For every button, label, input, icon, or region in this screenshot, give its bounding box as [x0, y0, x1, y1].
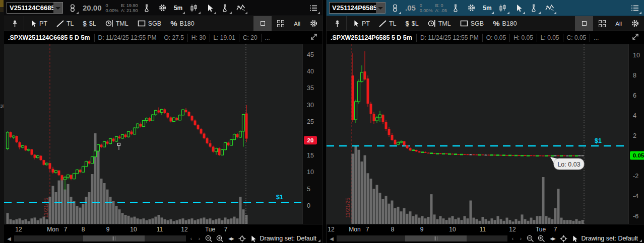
drawing-set-selector[interactable]: Drawing set: Default	[260, 235, 320, 242]
strategies-button[interactable]	[219, 1, 232, 15]
patterns-button[interactable]	[234, 1, 247, 15]
trendline-icon	[56, 20, 64, 27]
step-back-button[interactable]: ‹	[188, 236, 194, 241]
restore-chart-button[interactable]	[631, 33, 640, 43]
change-percent: 0.00%	[106, 8, 119, 13]
apply-all-button[interactable]: All	[290, 17, 304, 30]
time-axis-label: Mon	[47, 226, 58, 233]
header-open: O: 0.05	[482, 34, 509, 42]
svg-text:-4: -4	[633, 193, 638, 200]
link-charts-button[interactable]	[388, 1, 401, 15]
header-more[interactable]: ...	[261, 34, 274, 42]
background-fragment	[0, 7, 4, 12]
pin-toolbar-button[interactable]	[6, 16, 24, 31]
crosshair-button[interactable]	[237, 234, 246, 242]
fit-width-button[interactable]: ◀▶	[226, 234, 235, 242]
chart-menu-button[interactable]	[628, 1, 641, 15]
pointer-tool-button[interactable]: PT	[26, 17, 51, 30]
time-axis-label: 7	[224, 226, 228, 233]
price-chart-area[interactable]: 11/21/25$1051015253035404520	[4, 44, 323, 224]
percent-tool-button[interactable]: % B180	[167, 17, 198, 30]
scroll-left-button[interactable]: ◀	[329, 236, 335, 241]
expand-horizontal-icon: ◀▶	[550, 236, 555, 241]
trendline-tool-button[interactable]: TL	[375, 17, 400, 30]
bid-value: B: 19.90	[121, 3, 138, 8]
zoom-in-button[interactable]	[215, 234, 224, 242]
pointer-mode-button[interactable]	[570, 234, 579, 242]
price-chart[interactable]: 11/21/25$1-6-4-22468100.05Lo: 0.03	[327, 44, 644, 224]
crosshair-button[interactable]	[559, 234, 568, 242]
panel-divider[interactable]	[323, 0, 327, 243]
rectangle-tool-button[interactable]: SGB	[134, 17, 165, 30]
symbol-value[interactable]: V251124C6685	[7, 3, 53, 13]
trendline-tool-label: TL	[67, 20, 74, 27]
chart-scrollbar[interactable]	[14, 235, 186, 241]
zoom-in-button[interactable]	[537, 234, 546, 242]
put-option-chart-panel: V251124P6585 .05 0 0.00% B: 0 A: .05	[327, 0, 644, 243]
single-chart-layout-button[interactable]	[575, 16, 593, 31]
time-level-tool-button[interactable]: TML	[102, 17, 132, 30]
chart-settings-button[interactable]	[156, 1, 169, 15]
zoom-in-icon	[216, 235, 224, 242]
drawing-settings-button[interactable]	[306, 17, 320, 30]
scrollbar-thumb[interactable]	[83, 235, 145, 241]
chart-scrollbar[interactable]	[337, 235, 507, 241]
step-forward-button[interactable]: ›	[518, 236, 524, 241]
rectangle-icon	[460, 20, 468, 27]
svg-text:8: 8	[633, 72, 636, 79]
restore-chart-button[interactable]	[309, 33, 318, 43]
studies-button[interactable]	[449, 1, 463, 15]
grid-layout-button[interactable]	[595, 17, 609, 30]
cursor-tool-button[interactable]	[203, 1, 216, 15]
trendline-tool-button[interactable]: TL	[53, 17, 78, 30]
rectangle-tool-button[interactable]: SGB	[457, 17, 487, 30]
time-axis-label: 12	[509, 226, 516, 233]
pointer-tool-button[interactable]: PT	[349, 17, 373, 30]
symbol-input[interactable]: V251124C6685	[7, 2, 63, 14]
chart-menu-button[interactable]	[307, 1, 320, 15]
patterns-button[interactable]	[543, 1, 556, 15]
symbol-dropdown-button[interactable]	[53, 3, 62, 13]
apply-all-button[interactable]: All	[611, 17, 626, 30]
chart-style-button[interactable]	[187, 1, 201, 15]
single-chart-layout-button[interactable]	[253, 16, 272, 31]
price-level-tool-button[interactable]: $ $L	[80, 17, 100, 30]
fit-width-button[interactable]: ◀▶	[548, 234, 557, 242]
svg-text:5: 5	[307, 186, 310, 193]
link-charts-button[interactable]	[66, 1, 79, 15]
scrollbar-thumb[interactable]	[405, 235, 467, 241]
grid-layout-button[interactable]	[274, 17, 288, 30]
pin-toolbar-button[interactable]	[329, 16, 347, 31]
step-forward-button[interactable]: ›	[196, 236, 202, 241]
time-axis: 12Mon789101112Tue7	[327, 224, 644, 234]
drawing-set-selector[interactable]: Drawing set: Default	[581, 235, 642, 242]
time-level-tool-button[interactable]: TML	[424, 17, 455, 30]
zoom-out-button[interactable]	[204, 234, 213, 242]
price-chart[interactable]: 11/21/25$1051015253035404520	[4, 44, 323, 224]
step-back-button[interactable]: ‹	[509, 236, 516, 241]
symbol-dropdown-button[interactable]	[376, 3, 385, 13]
price-chart-area[interactable]: 11/21/25$1-6-4-22468100.05Lo: 0.03	[327, 44, 644, 224]
price-level-tool-button[interactable]: $ $L	[402, 17, 422, 30]
header-more[interactable]: ...	[590, 34, 602, 42]
pointer-mode-button[interactable]	[248, 234, 257, 242]
timeframe-button[interactable]: 5m	[172, 1, 185, 15]
header-high: H: 30	[187, 34, 210, 42]
cursor-tool-button[interactable]	[512, 1, 525, 15]
symbol-value[interactable]: V251124P6585	[330, 3, 376, 13]
timeframe-button[interactable]: 5m	[481, 1, 494, 15]
chart-style-button[interactable]	[496, 1, 509, 15]
change-percent: 0.00%	[420, 8, 433, 13]
strategies-button[interactable]	[528, 1, 541, 15]
svg-text:6: 6	[633, 92, 636, 99]
svg-text:25: 25	[307, 118, 314, 125]
change-value: 0	[420, 3, 433, 8]
scroll-left-button[interactable]: ◀	[6, 236, 12, 241]
studies-button[interactable]	[141, 1, 154, 15]
percent-tool-button[interactable]: % B180	[489, 17, 521, 30]
chart-settings-button[interactable]	[465, 1, 478, 15]
symbol-input[interactable]: V251124P6585	[329, 2, 385, 14]
drawing-settings-button[interactable]	[628, 17, 642, 30]
zoom-out-button[interactable]	[526, 234, 535, 242]
time-level-tool-label: TML	[438, 20, 451, 27]
